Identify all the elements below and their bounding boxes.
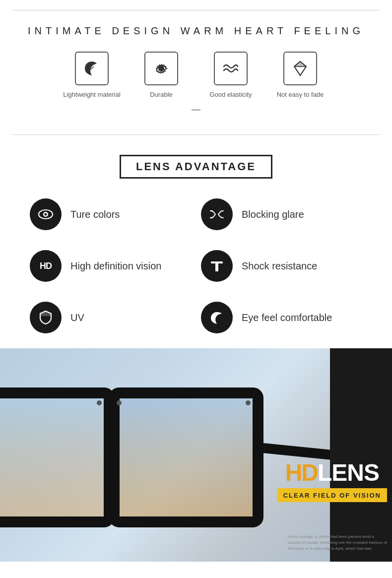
durable-label: Durable — [150, 90, 173, 99]
hd-lens-text: HDLENS — [277, 459, 387, 486]
hd-icon-circle: HD — [30, 250, 62, 282]
true-colors-label: Ture colors — [70, 208, 120, 221]
lens-advantage-section: LENS ADVANTAGE Ture colors — [0, 135, 392, 348]
hd-part-text: HD — [285, 459, 318, 486]
dash-line: — — [20, 104, 372, 115]
uv-icon-circle — [30, 302, 62, 333]
glasses-svg — [0, 348, 357, 562]
clear-field-box: CLEAR FIELD OF VISION — [277, 488, 387, 502]
intimate-headline: INTIMATE DESIGN WARM HEART FEELING — [20, 25, 372, 37]
svg-point-19 — [97, 400, 102, 405]
svg-rect-13 — [104, 433, 119, 442]
svg-rect-16 — [0, 398, 104, 516]
comfortable-icon-circle — [201, 302, 233, 333]
lens-feature-shock: Shock resistance — [201, 250, 362, 282]
hd-text: HD — [40, 261, 52, 271]
svg-rect-17 — [120, 398, 253, 516]
feature-durable: Durable — [127, 52, 196, 99]
gear-icon — [152, 60, 170, 77]
comfortable-label: Eye feel comfortable — [242, 311, 332, 324]
elasticity-label: Good elasticity — [209, 90, 252, 99]
svg-point-20 — [117, 400, 122, 405]
features-row: Lightweight material Durable Good ela — [20, 52, 372, 99]
shock-icon-circle — [201, 250, 233, 282]
lens-features-grid: Ture colors Blocking glare HD High defin… — [20, 198, 372, 333]
eye-icon — [37, 206, 54, 223]
feature-elasticity: Good elasticity — [196, 52, 265, 99]
lens-feature-comfortable: Eye feel comfortable — [201, 302, 362, 333]
hd-lens-overlay: HDLENS CLEAR FIELD OF VISION — [277, 459, 387, 502]
small-text-block: much courage, it, which had been passed … — [288, 534, 387, 552]
product-section: HDLENS CLEAR FIELD OF VISION much courag… — [0, 348, 392, 562]
svg-rect-8 — [211, 261, 223, 263]
lightweight-label: Lightweight material — [63, 90, 121, 99]
hd-vision-label: High definition vision — [70, 259, 161, 272]
clear-field-text: CLEAR FIELD OF VISION — [283, 492, 381, 499]
blocking-glare-label: Blocking glare — [242, 208, 304, 221]
lens-feature-uv: UV — [30, 302, 191, 333]
svg-rect-9 — [215, 263, 218, 271]
lens-feature-blocking-glare: Blocking glare — [201, 198, 362, 230]
wave-icon — [222, 60, 240, 77]
elasticity-icon-box — [214, 52, 248, 85]
dark-right-panel — [330, 348, 392, 562]
blocking-glare-icon-circle — [201, 198, 233, 230]
leaf2-icon — [208, 309, 225, 326]
lightweight-icon-box — [75, 52, 109, 85]
shuffle-icon — [208, 206, 225, 223]
shock-resistance-label: Shock resistance — [242, 259, 317, 272]
shield-icon — [37, 309, 54, 326]
svg-point-7 — [45, 213, 47, 216]
true-colors-icon-circle — [30, 198, 62, 230]
lens-feature-true-colors: Ture colors — [30, 198, 191, 230]
lens-advantage-title-box: LENS ADVANTAGE — [120, 155, 272, 179]
T-icon — [208, 257, 225, 274]
svg-point-21 — [246, 400, 251, 405]
fade-label: Not easy to fade — [277, 90, 324, 99]
diamond-icon — [291, 60, 309, 77]
lens-advantage-title-area: LENS ADVANTAGE — [20, 155, 372, 179]
leaf-icon — [83, 60, 101, 77]
feature-fade: Not easy to fade — [265, 52, 335, 99]
feature-lightweight: Lightweight material — [57, 52, 127, 99]
lens-feature-hd-vision: HD High definition vision — [30, 250, 191, 282]
fade-icon-box — [283, 52, 317, 85]
uv-label: UV — [70, 311, 84, 324]
durable-icon-box — [144, 52, 178, 85]
intimate-design-section: INTIMATE DESIGN WARM HEART FEELING Light… — [0, 10, 392, 134]
lens-part-text: LENS — [318, 459, 379, 486]
